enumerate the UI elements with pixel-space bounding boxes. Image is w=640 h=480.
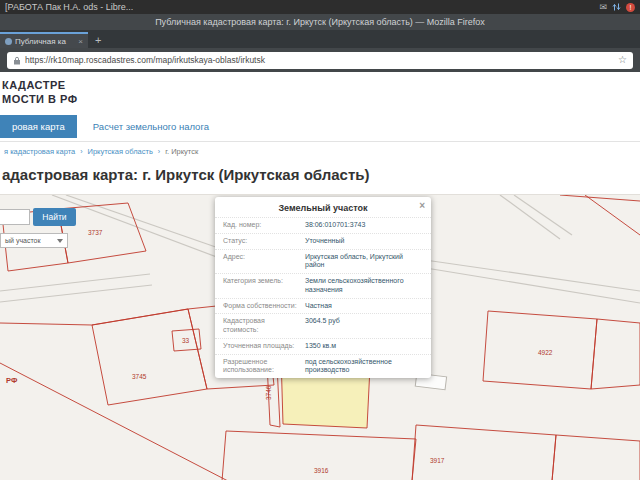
parcel-label: 3917 (430, 457, 445, 464)
breadcrumb: я кадастровая карта › Иркутская область … (0, 142, 640, 160)
bookmark-star-icon[interactable]: ☆ (618, 55, 627, 65)
parcel-label: 3737 (88, 229, 103, 236)
popup-row: Статус: Уточненный (215, 233, 431, 249)
tab-cadastral-map[interactable]: ровая карта (0, 115, 77, 138)
parcel-label: 3746 (265, 385, 272, 400)
tab-title: Публичная ка (15, 37, 75, 46)
field-label: Уточненная площадь: (223, 342, 301, 351)
network-traffic-icon[interactable] (612, 2, 621, 12)
parcel-label: 3916 (314, 467, 329, 474)
field-label: Кадастровая стоимость: (223, 317, 301, 335)
parcel-label: 33 (182, 337, 190, 344)
window-title: Публичная кадастровая карта: г. Иркутск … (155, 17, 485, 27)
tab-bar: Публичная ка × + (0, 30, 640, 48)
breadcrumb-separator-icon: › (158, 148, 160, 155)
field-value: 3064.5 руб (301, 317, 340, 335)
popup-row: Кад. номер: 38:06:010701:3743 (215, 217, 431, 233)
chevron-down-icon (57, 239, 63, 243)
tab-close-icon[interactable]: × (78, 37, 83, 46)
popup-row: Уточненная площадь: 1350 кв.м (215, 338, 431, 354)
page-title: адастровая карта: г. Иркутск (Иркутская … (0, 160, 640, 194)
popup-row: Категория земель: Земли сельскохозяйстве… (215, 273, 431, 298)
url-text: https://rk10map.roscadastres.com/map/irk… (25, 55, 614, 65)
breadcrumb-region[interactable]: Иркутская область (88, 147, 153, 156)
new-tab-button[interactable]: + (88, 32, 108, 48)
breadcrumb-home[interactable]: я кадастровая карта (4, 147, 75, 156)
url-bar[interactable]: https://rk10map.roscadastres.com/map/irk… (7, 52, 633, 69)
parcel-boundary (560, 195, 640, 201)
map-parcel-right-edge[interactable] (591, 319, 640, 389)
mail-icon[interactable]: ✉ (599, 3, 607, 12)
field-label: Адрес: (223, 253, 301, 271)
field-value: 1350 кв.м (301, 342, 336, 351)
lock-icon[interactable] (13, 56, 21, 65)
site-header: КАДАСТРЕ МОСТИ В РФ (0, 72, 640, 112)
map-parcel-3745[interactable] (92, 309, 207, 405)
popup-title: Земельный участок (278, 203, 367, 213)
field-value: Земли сельскохозяйственного назначения (301, 277, 423, 295)
logo-line-2: МОСТИ В РФ (2, 92, 78, 106)
find-button[interactable]: Найти (33, 208, 76, 226)
field-label: Форма собственности: (223, 302, 301, 311)
breadcrumb-separator-icon: › (80, 148, 82, 155)
parcel-boundary (0, 363, 228, 480)
popup-row: Разрешенное использование: под сельскохо… (215, 354, 431, 379)
popup-row: Форма собственности: Частная (215, 298, 431, 314)
parcel-boundary (585, 195, 640, 235)
field-label: Разрешенное использование: (223, 358, 301, 376)
popup-header: Земельный участок × (215, 197, 431, 217)
parcel-label: 4922 (538, 349, 553, 356)
object-type-select[interactable]: ый участок (0, 233, 68, 248)
parcel-label: РФ (6, 376, 18, 385)
logo-line-1: КАДАСТРЕ (2, 78, 78, 92)
parcel-info-popup: Земельный участок × Кад. номер: 38:06:01… (215, 197, 431, 378)
field-value: Иркутская область, Иркутский район (301, 253, 423, 271)
breadcrumb-current: г. Иркутск (165, 147, 198, 156)
field-value: под сельскохозяйственное производство (301, 358, 423, 376)
system-bar: [РАБОТА Пак Н.А. ods - Libre... ✉ ! (0, 0, 640, 14)
site-nav: ровая карта Расчет земельного налога (0, 112, 640, 142)
page-content: КАДАСТРЕ МОСТИ В РФ ровая карта Расчет з… (0, 72, 640, 480)
parcel-label: 3745 (132, 373, 147, 380)
site-logo: КАДАСТРЕ МОСТИ В РФ (2, 78, 78, 107)
object-type-value: ый участок (5, 237, 41, 244)
search-input[interactable] (0, 209, 30, 225)
window-title-bar: Публичная кадастровая карта: г. Иркутск … (0, 14, 640, 30)
map-parcel-3917[interactable] (412, 425, 556, 480)
field-value: Частная (301, 302, 332, 311)
field-value: Уточненный (301, 237, 344, 246)
system-tray: ✉ ! (599, 2, 635, 12)
field-label: Статус: (223, 237, 301, 246)
alert-icon[interactable]: ! (626, 3, 635, 12)
field-label: Кад. номер: (223, 221, 301, 230)
field-label: Категория земель: (223, 277, 301, 295)
map-area[interactable]: 3736 3737 3745 3744 3746 33 3743 4922 39… (0, 194, 640, 480)
field-value: 38:06:010701:3743 (301, 221, 365, 230)
browser-tab[interactable]: Публичная ка × (0, 32, 88, 48)
popup-row: Адрес: Иркутская область, Иркутский райо… (215, 249, 431, 274)
map-parcel-bottom-right[interactable] (552, 435, 640, 480)
popup-row: Кадастровая стоимость: 3064.5 руб (215, 313, 431, 338)
window-list-entry[interactable]: [РАБОТА Пак Н.А. ods - Libre... (5, 2, 133, 12)
close-icon[interactable]: × (419, 200, 425, 211)
tab-land-tax[interactable]: Расчет земельного налога (93, 121, 209, 132)
navigation-toolbar: https://rk10map.roscadastres.com/map/irk… (0, 48, 640, 72)
parcel-boundary (0, 309, 188, 325)
tab-favicon (5, 38, 12, 45)
